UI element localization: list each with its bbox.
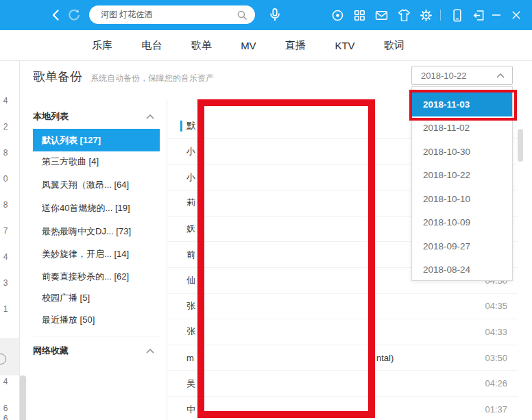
sidebar-scrollbar-thumb[interactable]	[20, 375, 26, 420]
dropdown-option[interactable]: 2018-10-22	[412, 164, 512, 188]
left-panel-divider	[19, 60, 20, 420]
edge-digit: 1	[0, 304, 11, 314]
tab-radio[interactable]: 电台	[141, 39, 162, 52]
minimize-icon	[490, 9, 503, 21]
search-box[interactable]	[89, 5, 255, 24]
edge-digit: 4	[0, 96, 11, 106]
topbar-divider	[440, 10, 441, 21]
chevron-up-icon[interactable]	[145, 114, 155, 120]
accent-bar	[180, 121, 182, 132]
sidebar-item[interactable]: 凤翼天翔（激昂... [64]	[42, 178, 160, 192]
chevron-up-icon	[496, 73, 505, 79]
dropdown-option[interactable]: 2018-10-10	[412, 187, 512, 211]
song-title-fragment: 张	[186, 300, 195, 312]
mobile-device-button[interactable]	[448, 7, 465, 23]
mobile-device-icon	[450, 8, 463, 23]
mail-button[interactable]	[373, 7, 389, 23]
refresh-icon	[66, 8, 82, 23]
song-row[interactable]: mntal)03:50	[167, 345, 518, 371]
song-title-fragment: 吴	[186, 378, 195, 390]
sidebar-divider	[33, 336, 160, 336]
tab-ktv[interactable]: KTV	[335, 40, 354, 51]
list-scrollbar-thumb[interactable]	[518, 129, 523, 162]
app-window: 乐库 电台 歌单 MV 直播 KTV 歌词 歌单备份 系统自动备份，保障您的音乐…	[0, 0, 532, 420]
edge-digit: 4	[0, 252, 11, 262]
song-row[interactable]: 张04:33	[167, 319, 518, 345]
apps-grid-button[interactable]	[351, 7, 367, 23]
dropdown-option-label: 2018-11-03	[423, 99, 470, 110]
edge-digit: 7	[0, 226, 11, 236]
voice-search-button[interactable]	[267, 6, 283, 24]
tab-lyrics[interactable]: 歌词	[384, 39, 404, 52]
dropdown-option-label: 2018-10-30	[423, 147, 470, 157]
tab-mv[interactable]: MV	[241, 40, 256, 51]
sidebar-item-default-list[interactable]: 默认列表 [127]	[33, 129, 160, 151]
refresh-button[interactable]	[66, 7, 82, 23]
sidebar-section-network[interactable]: 网络收藏	[33, 345, 69, 357]
sidebar-item-label: 默认列表 [127]	[42, 134, 101, 147]
tab-live[interactable]: 直播	[285, 39, 306, 52]
song-title-fragment: 小	[186, 145, 195, 158]
search-input[interactable]	[99, 10, 236, 21]
page-title: 歌单备份	[33, 69, 82, 85]
edge-digit: 3	[0, 278, 11, 288]
edge-digit: 4	[0, 377, 11, 386]
edge-digit: 0	[0, 174, 11, 184]
song-row[interactable]: 张04:35	[167, 294, 518, 320]
nav-tabs: 乐库 电台 歌单 MV 直播 KTV 歌词	[92, 30, 404, 60]
mini-mode-button[interactable]	[470, 7, 487, 23]
chevron-up-icon[interactable]	[145, 348, 155, 354]
song-title-fragment: 仙	[186, 274, 195, 286]
dropdown-option[interactable]: 2018-10-30	[412, 140, 512, 164]
sidebar-item[interactable]: 美妙旋律，开启... [14]	[42, 247, 160, 261]
dropdown-option-label: 2018-09-27	[423, 241, 470, 251]
back-icon	[49, 8, 63, 22]
backup-date-dropdown-list: 2018-11-03 2018-11-02 2018-10-30 2018-10…	[411, 86, 513, 281]
sidebar-section-local[interactable]: 本地列表	[33, 110, 69, 123]
song-title-fragment: m	[186, 353, 194, 363]
song-title-fragment: 莉	[186, 197, 195, 209]
song-title-fragment: 前	[186, 249, 195, 261]
song-row[interactable]: 吴04:26	[167, 371, 518, 397]
settings-gear-icon	[419, 8, 433, 23]
dropdown-selected-value: 2018-10-22	[421, 71, 496, 81]
edge-digit: 6	[0, 404, 11, 413]
close-icon	[510, 9, 522, 21]
skin-button[interactable]	[396, 7, 412, 23]
sidebar-item[interactable]: 前奏直接秒杀的... [62]	[42, 270, 160, 284]
mini-mode-icon	[472, 8, 486, 23]
minimize-button[interactable]	[488, 7, 505, 23]
sidebar-item[interactable]: 送你40首燃烧的... [19]	[42, 201, 160, 215]
sidebar-item[interactable]: 最热最嗨中文DJ... [73]	[42, 225, 160, 238]
sidebar-item[interactable]: 第三方歌曲 [4]	[42, 155, 160, 169]
backup-date-dropdown-button[interactable]: 2018-10-22	[411, 66, 513, 85]
close-button[interactable]	[508, 7, 524, 23]
dropdown-option[interactable]: 2018-08-24	[412, 258, 512, 282]
tab-playlist[interactable]: 歌单	[191, 39, 212, 52]
dropdown-option[interactable]: 2018-09-27	[412, 234, 512, 258]
song-duration: 03:50	[485, 353, 507, 363]
dropdown-option[interactable]: 2018-11-03	[412, 92, 512, 116]
list-header-fragment: 默	[186, 120, 196, 132]
song-title-fragment: 小	[186, 171, 195, 184]
dropdown-option[interactable]: 2018-10-09	[412, 211, 512, 235]
voice-search-icon	[267, 7, 282, 23]
listen-recognize-icon	[330, 8, 345, 23]
edge-digit: 8	[0, 200, 11, 210]
dropdown-option-label: 2018-10-10	[423, 194, 470, 204]
listen-recognize-button[interactable]	[329, 7, 346, 23]
edge-digit: 2	[0, 122, 11, 132]
settings-button[interactable]	[418, 7, 434, 23]
sidebar-item[interactable]: 校园广播 [5]	[42, 291, 160, 305]
apps-grid-icon	[353, 9, 366, 22]
dropdown-option-label: 2018-10-22	[423, 170, 470, 180]
dropdown-option[interactable]: 2018-11-02	[412, 116, 512, 140]
skin-tshirt-icon	[397, 8, 411, 23]
song-duration: 01:37	[485, 404, 507, 415]
tab-music-library[interactable]: 乐库	[92, 39, 112, 52]
sidebar-item[interactable]: 最近播放 [50]	[42, 313, 160, 327]
song-title-fragment: 中	[186, 404, 195, 416]
search-icon[interactable]	[236, 9, 248, 21]
song-row[interactable]: 中01:37	[167, 397, 518, 420]
back-button[interactable]	[48, 7, 64, 23]
